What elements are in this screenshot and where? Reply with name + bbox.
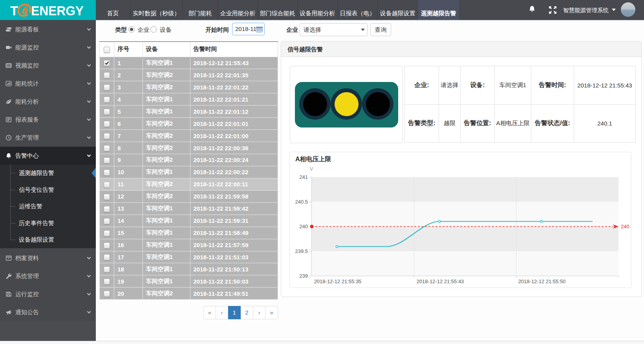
svg-text:T: T (10, 4, 18, 18)
svg-text:2018-12-12 21:55:43: 2018-12-12 21:55:43 (417, 278, 464, 284)
svg-text:240: 240 (621, 224, 629, 229)
svg-text:239: 239 (299, 273, 308, 279)
svg-text:ENERGY: ENERGY (31, 4, 84, 18)
svg-text:2018-12-12 21:55:35: 2018-12-12 21:55:35 (314, 278, 362, 284)
svg-text:V: V (310, 166, 313, 172)
svg-text:241: 241 (299, 174, 308, 180)
svg-text:2018-12-12 21:55:50: 2018-12-12 21:55:50 (518, 278, 566, 284)
svg-text:240: 240 (299, 224, 308, 229)
svg-text:240.5: 240.5 (295, 199, 308, 205)
svg-text:239.5: 239.5 (295, 248, 308, 254)
